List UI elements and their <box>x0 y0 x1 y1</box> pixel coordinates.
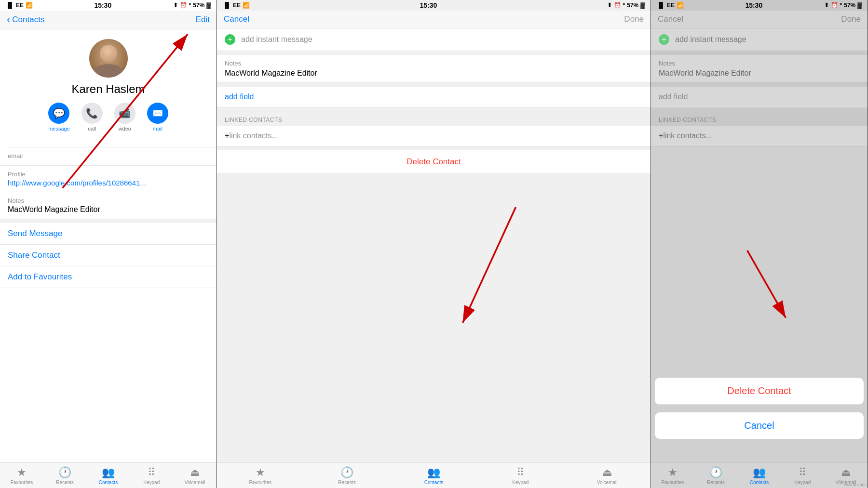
contact-header: Karen Haslem 💬 message 📞 call 📹 video ✉️… <box>0 29 217 147</box>
done-button-2[interactable]: Done <box>624 14 644 24</box>
tab-keypad-1[interactable]: ⠿ Keypad <box>130 464 173 487</box>
keypad-label-2: Keypad <box>512 480 529 485</box>
tab-contacts-1[interactable]: 👥 Contacts <box>87 464 130 487</box>
call-action[interactable]: 📞 call <box>81 103 103 132</box>
notes-value: MacWorld Magazine Editor <box>8 205 209 214</box>
tab-bar-3: ★ Favourites 🕐 Recents 👥 Contacts ⠿ Keyp… <box>651 462 868 488</box>
voicemail-icon-3: ⏏ <box>841 466 851 479</box>
cancel-alert-label: Cancel <box>744 420 774 431</box>
favourites-label-2: Favourites <box>249 480 272 485</box>
profile-link[interactable]: http://www.google.com/profiles/10286641.… <box>8 179 209 187</box>
cancel-alert-button[interactable]: Cancel <box>655 412 864 439</box>
mail-action[interactable]: ✉️ mail <box>147 103 168 132</box>
notes-label: Notes <box>8 197 209 204</box>
voicemail-label-2: Voicemail <box>597 480 618 485</box>
keypad-icon-2: ⠿ <box>516 466 524 479</box>
spacer-5 <box>217 174 651 178</box>
linked-header-3: LINKED CONTACTS <box>651 111 868 126</box>
video-action[interactable]: 📹 video <box>114 103 136 132</box>
tab-bar-1: ★ Favourites 🕐 Recents 👥 Contacts ⠿ Keyp… <box>0 462 217 488</box>
tab-recents-2[interactable]: 🕐 Recents <box>304 464 391 487</box>
cancel-button-2[interactable]: Cancel <box>224 14 249 24</box>
voicemail-icon-2: ⏏ <box>602 466 612 479</box>
link-contacts-text: link contacts... <box>229 132 278 140</box>
battery-icon-2: ▓ <box>640 2 645 9</box>
bluetooth-icon-2: * <box>623 2 625 9</box>
recents-icon: 🕐 <box>58 466 71 479</box>
delete-contact-button[interactable]: Delete Contact <box>655 378 864 405</box>
tab-voicemail-2[interactable]: ⏏ Voicemail <box>564 464 651 487</box>
contacts-label: Contacts <box>99 480 118 485</box>
location-icon-3: ⬆ <box>824 2 829 9</box>
location-icon-2: ⬆ <box>607 2 612 9</box>
favourites-label: Favourites <box>11 480 33 485</box>
avatar <box>89 39 128 78</box>
recents-icon-3: 🕐 <box>709 466 722 479</box>
tab-recents-1[interactable]: 🕐 Recents <box>43 464 87 487</box>
add-field-text: add field <box>225 92 254 101</box>
tab-contacts-2[interactable]: 👥 Contacts <box>391 464 477 487</box>
keypad-label-3: Keypad <box>794 480 811 485</box>
add-im-row[interactable]: + add instant message <box>217 28 651 51</box>
alarm-icon: ⏰ <box>180 2 187 9</box>
tab-keypad-3[interactable]: ⠿ Keypad <box>781 464 824 487</box>
status-time-2: 15:30 <box>420 1 437 9</box>
edit-button[interactable]: Edit <box>196 15 210 25</box>
status-right-1: ⬆ ⏰ * 57% ▓ <box>173 2 211 9</box>
message-action[interactable]: 💬 message <box>48 103 70 132</box>
link-contacts-row-3: + link contacts... <box>651 126 868 146</box>
voicemail-label: Voicemail <box>185 480 205 485</box>
tab-favourites-2[interactable]: ★ Favourites <box>217 464 304 487</box>
wifi-icon: 📶 <box>26 2 33 9</box>
share-contact-action[interactable]: Share Contact <box>0 245 217 266</box>
done-button-3[interactable]: Done <box>841 14 861 24</box>
status-right-3: ⬆ ⏰ * 57% ▓ <box>824 2 862 9</box>
recents-label-2: Recents <box>338 480 356 485</box>
status-left-1: ▐▌ EE 📶 <box>6 2 33 9</box>
link-contacts-row[interactable]: + link contacts... <box>217 126 651 146</box>
contact-name: Karen Haslem <box>71 82 145 96</box>
tab-favourites-1[interactable]: ★ Favourites <box>0 464 43 487</box>
contacts-icon-3: 👥 <box>753 466 766 479</box>
spacer-1 <box>217 51 651 55</box>
tab-recents-3[interactable]: 🕐 Recents <box>694 464 738 487</box>
tab-keypad-2[interactable]: ⠿ Keypad <box>477 464 564 487</box>
recents-label-3: Recents <box>707 480 725 485</box>
tab-favourites-3[interactable]: ★ Favourites <box>651 464 694 487</box>
contacts-label-3: Contacts <box>750 480 769 485</box>
notes-section-3: Notes MacWorld Magazine Editor <box>651 55 868 83</box>
favourites-label-3: Favourites <box>662 480 684 485</box>
send-message-action[interactable]: Send Message <box>0 223 217 245</box>
background-content-3: + add instant message Notes MacWorld Mag… <box>651 28 868 462</box>
cancel-button-3[interactable]: Cancel <box>658 14 683 24</box>
battery-label-2: 57% <box>627 2 638 9</box>
notes-value-2: MacWorld Magazine Editor <box>225 69 643 78</box>
signal-icon-3: ▐▌ <box>657 2 665 9</box>
contacts-icon-2: 👥 <box>427 466 440 479</box>
nav-bar-2: Cancel Done <box>217 11 651 28</box>
tab-voicemail-1[interactable]: ⏏ Voicemail <box>173 464 217 487</box>
tab-contacts-3[interactable]: 👥 Contacts <box>738 464 781 487</box>
carrier-label: EE <box>16 2 24 9</box>
add-favourites-action[interactable]: Add to Favourites <box>0 266 217 288</box>
spacer-2 <box>217 83 651 87</box>
add-field-row[interactable]: add field <box>217 87 651 107</box>
keypad-icon-3: ⠿ <box>799 466 806 479</box>
link-contacts-text-3: link contacts... <box>663 132 712 140</box>
status-left-3: ▐▌ EE 📶 <box>657 2 684 9</box>
add-field-row-3: add field <box>651 87 868 107</box>
add-im-plus: + <box>225 34 235 45</box>
avatar-body <box>95 64 122 78</box>
call-icon: 📞 <box>81 103 103 124</box>
delete-row[interactable]: Delete Contact <box>217 150 651 174</box>
linked-header-2: LINKED CONTACTS <box>217 111 651 126</box>
back-button[interactable]: Contacts <box>7 14 44 25</box>
spacer-3-1 <box>651 51 868 55</box>
link-contacts-plus-3: + <box>659 132 663 140</box>
action-row: 💬 message 📞 call 📹 video ✉️ mail <box>41 103 176 139</box>
signal-icon-2: ▐▌ <box>223 2 231 9</box>
keypad-label: Keypad <box>143 480 160 485</box>
tab-bar-2: ★ Favourites 🕐 Recents 👥 Contacts ⠿ Keyp… <box>217 462 651 488</box>
call-label: call <box>88 126 96 132</box>
bluetooth-icon: * <box>189 2 191 9</box>
